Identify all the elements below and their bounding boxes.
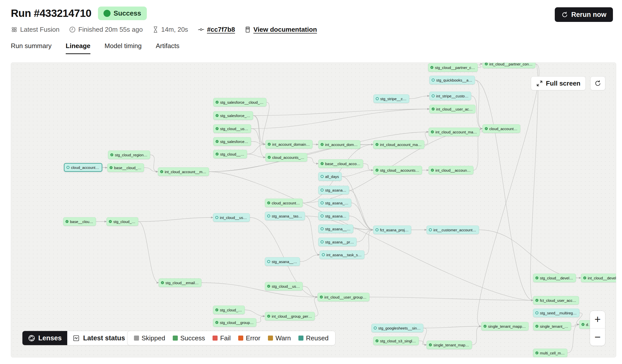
node-status-icon — [432, 79, 435, 82]
lineage-node[interactable]: stg_cloud_… — [213, 306, 245, 314]
lineage-node[interactable]: stg_cloud__us… — [213, 124, 251, 133]
lineage-node[interactable]: single_tenant_mapp… — [481, 322, 529, 331]
status-badge-label: Success — [114, 10, 141, 17]
fullscreen-button[interactable]: Full screen — [531, 76, 586, 90]
node-label: stg_asana__… — [325, 227, 351, 231]
node-status-icon — [267, 315, 270, 318]
lenses-button[interactable]: Lenses — [22, 331, 67, 345]
lineage-node[interactable]: int_account_dom… — [318, 140, 360, 149]
lineage-node[interactable]: stg_salesforce… — [213, 137, 251, 146]
node-label: cloud_account… — [272, 201, 300, 205]
lineage-node[interactable]: stg_stripe__c… — [373, 94, 409, 103]
lineage-node[interactable]: stg_cloud__group… — [213, 318, 256, 327]
node-label: base__clou… — [70, 220, 93, 224]
rerun-now-button[interactable]: Rerun now — [555, 7, 613, 22]
lineage-node[interactable]: stg_googlesheets__sin… — [371, 324, 423, 332]
node-status-icon — [375, 169, 378, 172]
lineage-node[interactable]: stg_asana__… — [318, 225, 353, 233]
lineage-node[interactable]: base__cloud_… — [107, 163, 144, 172]
lineage-node[interactable]: stg_asana__tas… — [265, 212, 305, 220]
expand-icon — [536, 80, 543, 87]
lineage-node[interactable]: cloud_account… — [482, 124, 520, 133]
lineage-node[interactable]: int_cloud_account__m… — [158, 167, 209, 176]
lineage-node[interactable]: int_cloud__group_per… — [265, 312, 315, 320]
node-label: stg_cloud__devel… — [540, 276, 573, 280]
lineage-node[interactable]: int_cloud__user_group… — [318, 293, 369, 301]
lineage-node[interactable]: base__cloud_acco… — [318, 159, 363, 168]
node-status-icon — [268, 143, 271, 146]
node-label: int_stripe__custo… — [436, 94, 468, 98]
node-label: stg_salesforce_… — [220, 114, 250, 118]
lineage-node[interactable]: stg_asana… — [318, 186, 349, 194]
lineage-node[interactable]: stg_salesforce__cloud_… — [213, 98, 266, 106]
lineage-node[interactable]: int_stripe__custo… — [429, 92, 471, 100]
lineage-node[interactable]: int_account_domain… — [265, 140, 313, 149]
lineage-node[interactable]: cloud_accounts_… — [265, 153, 307, 162]
lineage-node[interactable]: stg_salesforce_… — [213, 111, 253, 120]
legend-item: Reused — [298, 334, 329, 342]
lineage-node[interactable]: int_cloud_account_ma… — [373, 140, 424, 149]
lineage-node[interactable]: all_days — [318, 172, 342, 181]
node-label: stg_cloud__group… — [220, 320, 254, 325]
chart-icon — [73, 335, 80, 342]
lineage-node[interactable]: stg_asana… — [318, 212, 349, 220]
node-label: stg_cloud__us… — [272, 284, 300, 288]
lineage-node[interactable]: cloud_account… — [265, 199, 303, 207]
tab-lineage[interactable]: Lineage — [66, 42, 90, 54]
lineage-node[interactable]: stg_quickbooks__a… — [429, 76, 475, 84]
lineage-node[interactable]: stg_cloud_s3_singl… — [373, 337, 419, 345]
node-status-icon — [321, 214, 324, 217]
lineage-node[interactable]: stg_cloud__us… — [265, 282, 303, 290]
node-status-icon — [267, 214, 270, 217]
lineage-node[interactable]: base__clou… — [63, 217, 96, 226]
lineage-node[interactable]: stg_cloud__… — [213, 150, 247, 158]
lineage-node[interactable]: cloud_account… — [64, 163, 102, 172]
zoom-in-button[interactable]: + — [590, 311, 605, 328]
legend-item: Fail — [213, 334, 231, 342]
lineage-node[interactable]: stg_asana__… — [265, 257, 300, 266]
tabs-row: Run summary Lineage Model timing Artifac… — [11, 42, 613, 54]
node-label: int_cloud__user_ac… — [436, 107, 473, 111]
lineage-node[interactable]: int_cloud__user_ac… — [429, 105, 475, 113]
lineage-node[interactable]: int_cloud__devel… — [581, 274, 616, 282]
lineage-node[interactable]: stg_cloud__email… — [159, 278, 201, 287]
lineage-node[interactable]: stg_asana_… — [318, 199, 351, 207]
lineage-node[interactable]: int_cloud__partner_con… — [482, 62, 535, 68]
lineage-node[interactable]: stg_cloud__accounts… — [373, 166, 422, 174]
lineage-node[interactable]: multi_cell_m… — [533, 349, 567, 357]
lineage-node[interactable]: single_tenant_… — [533, 322, 571, 331]
lineage-node[interactable]: single_tenant_map… — [427, 341, 472, 349]
lineage-node[interactable]: int_cloud__us… — [213, 213, 250, 222]
lineage-node[interactable]: fct_cloud_user_acc… — [533, 296, 579, 305]
node-label: cloud_account… — [489, 127, 517, 131]
node-status-icon — [431, 169, 434, 172]
document-icon — [245, 26, 251, 33]
lineage-canvas[interactable]: stg_cloud__partner_c… int_cloud__partner… — [11, 62, 616, 357]
tab-model-timing[interactable]: Model timing — [105, 42, 142, 54]
commit-link[interactable]: #cc7f7b8 — [198, 26, 235, 33]
node-status-icon — [535, 299, 538, 302]
view-documentation-link[interactable]: View documentation — [245, 26, 317, 33]
node-status-icon — [583, 276, 586, 279]
lineage-node[interactable]: int_asana__task_s… — [320, 250, 364, 259]
tab-artifacts[interactable]: Artifacts — [156, 42, 179, 54]
tab-run-summary[interactable]: Run summary — [11, 42, 52, 54]
lineage-node[interactable]: int_cloud__accoun… — [429, 166, 473, 174]
node-status-icon — [320, 296, 323, 299]
node-label: int_cloud__us… — [220, 215, 247, 220]
lineage-node[interactable]: fct_asana_proj… — [373, 226, 411, 234]
node-label: stg_seed__multireg… — [540, 311, 577, 315]
node-label: int_cloud__group_per… — [272, 314, 312, 318]
canvas-refresh-button[interactable] — [590, 76, 605, 90]
lineage-node[interactable]: stg_cloud__partner_c… — [428, 63, 478, 72]
lineage-node[interactable]: stg_seed__multireg… — [533, 309, 579, 317]
node-status-icon — [374, 326, 377, 330]
node-status-icon — [485, 127, 488, 130]
lineage-node[interactable]: stg_cloud__devel… — [533, 274, 576, 282]
lineage-node[interactable]: stg_cloud_… — [107, 217, 138, 226]
lineage-node[interactable]: int__customer_account… — [427, 226, 479, 234]
lineage-node[interactable]: stg_asana__pr… — [318, 238, 357, 246]
lineage-node[interactable]: int_cloud_account_ma… — [429, 128, 480, 136]
zoom-out-button[interactable]: − — [590, 328, 605, 346]
lineage-node[interactable]: stg_cloud_region… — [108, 151, 150, 159]
